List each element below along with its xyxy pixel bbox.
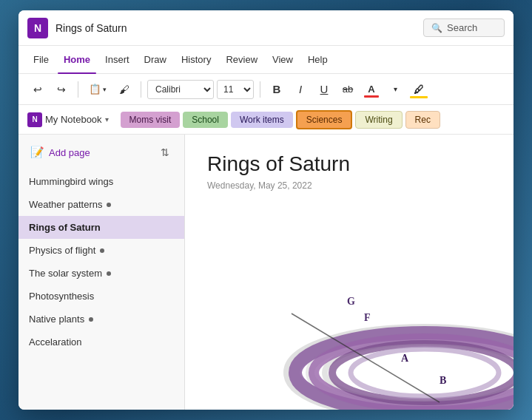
app-window: N Rings of Saturn 🔍 Search File Home Ins… [18,10,514,410]
menu-review[interactable]: Review [220,50,263,70]
underline-button[interactable]: U [314,79,334,100]
page-item-solar[interactable]: The solar system [18,262,184,285]
notebook-area: N My Notebook ▾ Moms visit School Work i… [18,105,514,135]
weather-dot [107,203,111,207]
tabs-container: Moms visit School Work items Sciences Wr… [121,110,440,129]
label-f: F [364,312,371,323]
sort-icon: ⇅ [161,146,169,158]
page-item-acceleration[interactable]: Accelaration [18,331,184,353]
redo-button[interactable]: ↪ [51,79,72,100]
page-date: Wednesday, May 25, 2022 [207,180,491,191]
page-item-hummingbird[interactable]: Hummingbird wings [18,170,184,193]
solar-dot [107,271,111,276]
menu-insert[interactable]: Insert [99,50,135,70]
highlight-color-bar [410,96,428,98]
toolbar-divider-3 [260,81,260,98]
saturn-svg: G F A B [277,225,514,410]
menu-home[interactable]: Home [58,50,96,70]
notebook-selector[interactable]: N My Notebook ▾ [27,112,109,127]
paste-icon: 📋 [89,84,101,95]
notebook-chevron-icon: ▾ [105,115,109,123]
label-a: A [401,353,409,364]
tab-school[interactable]: School [183,112,228,128]
search-box[interactable]: 🔍 Search [423,18,505,37]
tab-rec[interactable]: Rec [405,111,440,129]
add-page-button[interactable]: 📝 Add page [27,143,93,162]
menu-draw[interactable]: Draw [138,50,172,70]
page-item-weather[interactable]: Weather patterns [18,193,184,216]
menu-file[interactable]: File [27,50,55,70]
search-icon: 🔍 [431,23,442,33]
menu-history[interactable]: History [175,50,217,70]
font-size-select[interactable]: 11 [217,80,254,99]
font-color-button[interactable]: A [361,79,382,100]
bold-button[interactable]: B [266,79,287,100]
font-family-select[interactable]: Calibri [147,80,214,99]
toolbar-divider-2 [141,81,141,98]
label-g: G [347,296,355,307]
menu-view[interactable]: View [266,50,299,70]
search-label: Search [447,22,477,33]
add-page-icon: 📝 [30,146,44,159]
menu-bar: File Home Insert Draw History Review Vie… [18,46,514,74]
title-bar: N Rings of Saturn 🔍 Search [18,10,514,46]
add-page-label: Add page [49,147,90,158]
page-item-native[interactable]: Native plants [18,308,184,331]
svg-point-6 [351,349,499,396]
tab-writing[interactable]: Writing [355,111,402,129]
saturn-diagram: G F A B [277,225,514,410]
highlight-button[interactable]: 🖊 [408,79,429,100]
main-content: 📝 Add page ⇅ Hummingbird wings Weather p… [18,135,514,410]
notebook-icon: N [27,112,42,127]
strikethrough-button[interactable]: ab [337,79,358,100]
highlight-icon: 🖊 [414,84,424,95]
page-list: Hummingbird wings Weather patterns Rings… [18,170,184,353]
page-item-physics[interactable]: Physics of flight [18,239,184,262]
toolbar-divider-1 [78,81,78,98]
font-color-dropdown[interactable]: ▾ [385,79,405,100]
format-painter-button[interactable]: 🖌 [114,79,135,100]
physics-dot [100,248,104,253]
page-item-rings[interactable]: Rings of Saturn [18,216,184,239]
tab-sciences[interactable]: Sciences [296,110,353,129]
undo-button[interactable]: ↩ [27,79,48,100]
tab-work-items[interactable]: Work items [231,112,293,128]
font-color-bar [364,95,379,98]
notebook-name: My Notebook [45,114,102,125]
sidebar: 📝 Add page ⇅ Hummingbird wings Weather p… [18,135,185,410]
page-title: Rings of Saturn [207,152,491,176]
label-b: B [440,375,446,386]
page-item-photosynthesis[interactable]: Photosynthesis [18,285,184,308]
paste-dropdown-icon: ▾ [103,86,107,93]
tab-moms-visit[interactable]: Moms visit [121,112,181,128]
native-dot [89,317,93,322]
italic-button[interactable]: I [290,79,311,100]
paste-button[interactable]: 📋 ▾ [84,79,111,100]
window-title: Rings of Saturn [55,22,423,34]
menu-help[interactable]: Help [302,50,334,70]
toolbar: ↩ ↪ 📋 ▾ 🖌 Calibri 11 B I U ab A ▾ 🖊 [18,74,514,105]
page-content: Rings of Saturn Wednesday, May 25, 2022 [185,135,514,410]
sort-button[interactable]: ⇅ [155,142,175,163]
font-color-icon: A [368,84,374,95]
sidebar-header: 📝 Add page ⇅ [18,135,184,170]
app-logo: N [27,18,48,38]
